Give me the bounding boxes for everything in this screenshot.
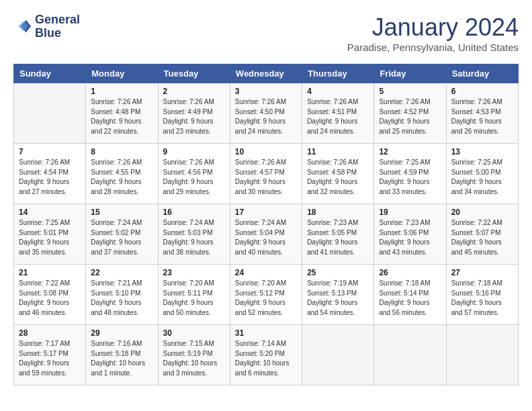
calendar-cell: 15Sunrise: 7:24 AMSunset: 5:02 PMDayligh… bbox=[86, 204, 158, 265]
calendar-cell: 16Sunrise: 7:24 AMSunset: 5:03 PMDayligh… bbox=[158, 204, 230, 265]
cell-info: Sunrise: 7:26 AMSunset: 4:57 PMDaylight:… bbox=[235, 158, 297, 197]
calendar-cell: 7Sunrise: 7:26 AMSunset: 4:54 PMDaylight… bbox=[14, 144, 86, 204]
cell-info: Sunrise: 7:26 AMSunset: 4:56 PMDaylight:… bbox=[163, 158, 225, 197]
calendar-cell: 10Sunrise: 7:26 AMSunset: 4:57 PMDayligh… bbox=[230, 144, 302, 204]
day-number: 3 bbox=[235, 87, 297, 96]
day-number: 12 bbox=[379, 147, 441, 156]
calendar-cell: 17Sunrise: 7:24 AMSunset: 5:04 PMDayligh… bbox=[230, 204, 302, 265]
day-number: 7 bbox=[19, 147, 81, 156]
calendar-cell: 30Sunrise: 7:15 AMSunset: 5:19 PMDayligh… bbox=[158, 325, 230, 385]
calendar-cell: 29Sunrise: 7:16 AMSunset: 5:18 PMDayligh… bbox=[86, 325, 158, 385]
cell-info: Sunrise: 7:26 AMSunset: 4:50 PMDaylight:… bbox=[235, 97, 297, 136]
cell-info: Sunrise: 7:25 AMSunset: 5:01 PMDaylight:… bbox=[19, 218, 81, 257]
cell-info: Sunrise: 7:15 AMSunset: 5:19 PMDaylight:… bbox=[163, 339, 225, 378]
weekday-header-wednesday: Wednesday bbox=[230, 64, 302, 83]
calendar-table: SundayMondayTuesdayWednesdayThursdayFrid… bbox=[13, 64, 519, 385]
weekday-header-tuesday: Tuesday bbox=[158, 64, 230, 83]
calendar-cell: 5Sunrise: 7:26 AMSunset: 4:52 PMDaylight… bbox=[374, 83, 446, 144]
weekday-header-thursday: Thursday bbox=[302, 64, 374, 83]
calendar-week-3: 14Sunrise: 7:25 AMSunset: 5:01 PMDayligh… bbox=[14, 204, 519, 265]
calendar-cell: 14Sunrise: 7:25 AMSunset: 5:01 PMDayligh… bbox=[14, 204, 86, 265]
cell-info: Sunrise: 7:23 AMSunset: 5:06 PMDaylight:… bbox=[379, 218, 441, 257]
cell-info: Sunrise: 7:23 AMSunset: 5:05 PMDaylight:… bbox=[307, 218, 369, 257]
title-block: January 2024 Paradise, Pennsylvania, Uni… bbox=[347, 13, 519, 53]
cell-info: Sunrise: 7:26 AMSunset: 4:55 PMDaylight:… bbox=[91, 158, 152, 197]
day-number: 2 bbox=[163, 87, 225, 96]
logo: General Blue bbox=[13, 13, 80, 40]
calendar-cell: 24Sunrise: 7:20 AMSunset: 5:12 PMDayligh… bbox=[230, 265, 302, 325]
calendar-cell: 25Sunrise: 7:19 AMSunset: 5:13 PMDayligh… bbox=[302, 265, 374, 325]
day-number: 5 bbox=[379, 87, 441, 96]
cell-info: Sunrise: 7:26 AMSunset: 4:52 PMDaylight:… bbox=[379, 97, 441, 136]
cell-info: Sunrise: 7:25 AMSunset: 5:00 PMDaylight:… bbox=[451, 158, 513, 197]
calendar-cell: 31Sunrise: 7:14 AMSunset: 5:20 PMDayligh… bbox=[230, 325, 302, 385]
calendar-week-5: 28Sunrise: 7:17 AMSunset: 5:17 PMDayligh… bbox=[14, 325, 519, 385]
cell-info: Sunrise: 7:18 AMSunset: 5:16 PMDaylight:… bbox=[451, 279, 513, 318]
cell-info: Sunrise: 7:18 AMSunset: 5:14 PMDaylight:… bbox=[379, 279, 441, 318]
calendar-cell: 2Sunrise: 7:26 AMSunset: 4:49 PMDaylight… bbox=[158, 83, 230, 144]
calendar-cell: 20Sunrise: 7:22 AMSunset: 5:07 PMDayligh… bbox=[446, 204, 518, 265]
logo-text: General Blue bbox=[35, 13, 80, 40]
calendar-cell bbox=[374, 325, 446, 385]
calendar-cell: 4Sunrise: 7:26 AMSunset: 4:51 PMDaylight… bbox=[302, 83, 374, 144]
calendar-cell bbox=[302, 325, 374, 385]
day-number: 16 bbox=[163, 208, 225, 217]
calendar-cell: 23Sunrise: 7:20 AMSunset: 5:11 PMDayligh… bbox=[158, 265, 230, 325]
day-number: 20 bbox=[451, 208, 513, 217]
day-number: 8 bbox=[91, 147, 152, 156]
day-number: 10 bbox=[235, 147, 297, 156]
calendar-cell: 9Sunrise: 7:26 AMSunset: 4:56 PMDaylight… bbox=[158, 144, 230, 204]
calendar-cell: 3Sunrise: 7:26 AMSunset: 4:50 PMDaylight… bbox=[230, 83, 302, 144]
day-number: 18 bbox=[307, 208, 369, 217]
calendar-cell: 8Sunrise: 7:26 AMSunset: 4:55 PMDaylight… bbox=[86, 144, 158, 204]
cell-info: Sunrise: 7:26 AMSunset: 4:53 PMDaylight:… bbox=[451, 97, 513, 136]
day-number: 23 bbox=[163, 268, 225, 277]
calendar-cell: 6Sunrise: 7:26 AMSunset: 4:53 PMDaylight… bbox=[446, 83, 518, 144]
day-number: 17 bbox=[235, 208, 297, 217]
day-number: 29 bbox=[91, 328, 152, 338]
day-number: 19 bbox=[379, 208, 441, 217]
cell-info: Sunrise: 7:17 AMSunset: 5:17 PMDaylight:… bbox=[19, 339, 81, 378]
cell-info: Sunrise: 7:24 AMSunset: 5:03 PMDaylight:… bbox=[163, 218, 225, 257]
day-number: 11 bbox=[307, 147, 369, 156]
cell-info: Sunrise: 7:20 AMSunset: 5:11 PMDaylight:… bbox=[163, 279, 225, 318]
cell-info: Sunrise: 7:26 AMSunset: 4:54 PMDaylight:… bbox=[19, 158, 81, 197]
cell-info: Sunrise: 7:19 AMSunset: 5:13 PMDaylight:… bbox=[307, 279, 369, 318]
day-number: 26 bbox=[379, 268, 441, 277]
cell-info: Sunrise: 7:16 AMSunset: 5:18 PMDaylight:… bbox=[91, 339, 152, 378]
calendar-header-row: SundayMondayTuesdayWednesdayThursdayFrid… bbox=[14, 64, 519, 83]
cell-info: Sunrise: 7:26 AMSunset: 4:58 PMDaylight:… bbox=[307, 158, 369, 197]
calendar-cell bbox=[14, 83, 86, 144]
day-number: 28 bbox=[19, 328, 81, 338]
cell-info: Sunrise: 7:22 AMSunset: 5:07 PMDaylight:… bbox=[451, 218, 513, 257]
day-number: 14 bbox=[19, 208, 81, 217]
calendar-cell: 26Sunrise: 7:18 AMSunset: 5:14 PMDayligh… bbox=[374, 265, 446, 325]
calendar-week-2: 7Sunrise: 7:26 AMSunset: 4:54 PMDaylight… bbox=[14, 144, 519, 204]
cell-info: Sunrise: 7:14 AMSunset: 5:20 PMDaylight:… bbox=[235, 339, 297, 378]
day-number: 21 bbox=[19, 268, 81, 277]
calendar-cell: 22Sunrise: 7:21 AMSunset: 5:10 PMDayligh… bbox=[86, 265, 158, 325]
cell-info: Sunrise: 7:21 AMSunset: 5:10 PMDaylight:… bbox=[91, 279, 152, 318]
cell-info: Sunrise: 7:20 AMSunset: 5:12 PMDaylight:… bbox=[235, 279, 297, 318]
location-text: Paradise, Pennsylvania, United States bbox=[347, 42, 519, 53]
month-title: January 2024 bbox=[347, 13, 519, 42]
weekday-header-saturday: Saturday bbox=[446, 64, 518, 83]
cell-info: Sunrise: 7:22 AMSunset: 5:08 PMDaylight:… bbox=[19, 279, 81, 318]
calendar-cell: 27Sunrise: 7:18 AMSunset: 5:16 PMDayligh… bbox=[446, 265, 518, 325]
calendar-cell: 13Sunrise: 7:25 AMSunset: 5:00 PMDayligh… bbox=[446, 144, 518, 204]
cell-info: Sunrise: 7:24 AMSunset: 5:02 PMDaylight:… bbox=[91, 218, 152, 257]
calendar-cell: 1Sunrise: 7:26 AMSunset: 4:48 PMDaylight… bbox=[86, 83, 158, 144]
cell-info: Sunrise: 7:26 AMSunset: 4:51 PMDaylight:… bbox=[307, 97, 369, 136]
logo-icon bbox=[13, 17, 32, 36]
calendar-cell: 21Sunrise: 7:22 AMSunset: 5:08 PMDayligh… bbox=[14, 265, 86, 325]
calendar-cell: 12Sunrise: 7:25 AMSunset: 4:59 PMDayligh… bbox=[374, 144, 446, 204]
cell-info: Sunrise: 7:24 AMSunset: 5:04 PMDaylight:… bbox=[235, 218, 297, 257]
day-number: 22 bbox=[91, 268, 152, 277]
calendar-week-1: 1Sunrise: 7:26 AMSunset: 4:48 PMDaylight… bbox=[14, 83, 519, 144]
calendar-cell: 28Sunrise: 7:17 AMSunset: 5:17 PMDayligh… bbox=[14, 325, 86, 385]
cell-info: Sunrise: 7:26 AMSunset: 4:49 PMDaylight:… bbox=[163, 97, 225, 136]
calendar-cell: 11Sunrise: 7:26 AMSunset: 4:58 PMDayligh… bbox=[302, 144, 374, 204]
day-number: 13 bbox=[451, 147, 513, 156]
day-number: 31 bbox=[235, 328, 297, 338]
page-header: General Blue January 2024 Paradise, Penn… bbox=[13, 13, 519, 53]
